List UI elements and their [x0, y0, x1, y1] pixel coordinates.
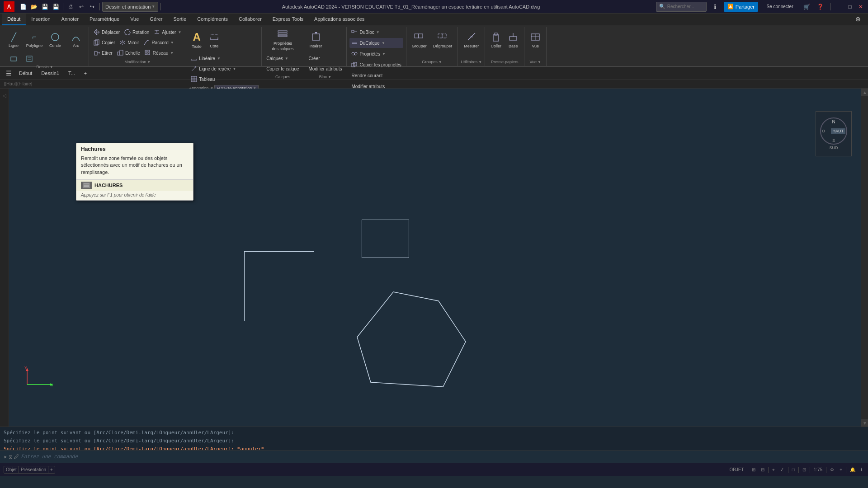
save-button[interactable]: 💾	[40, 2, 50, 12]
calques-dropdown-button[interactable]: Calques ▼	[264, 53, 301, 63]
lineaire-button[interactable]: Linéaire ▼	[189, 53, 259, 63]
repere-arrow[interactable]: ▼	[232, 67, 236, 71]
status-new-tab[interactable]: +	[48, 466, 55, 473]
tab-t-panel[interactable]: T...	[65, 69, 79, 77]
console-input[interactable]	[21, 454, 864, 460]
etirer-button[interactable]: Etirer	[92, 48, 114, 58]
redo-button[interactable]: ↪	[87, 2, 97, 12]
reseau-arrow[interactable]: ▼	[170, 51, 174, 55]
echelle-button[interactable]: Echelle	[115, 48, 142, 58]
calques-arrow[interactable]: ▼	[285, 56, 288, 61]
proprietes-button[interactable]: Propriétés ▼	[349, 49, 387, 59]
scroll-up-button[interactable]: ▲	[861, 89, 868, 96]
grouper-button[interactable]: Grouper	[409, 27, 429, 52]
vue-button[interactable]: Vue	[527, 27, 543, 52]
tab-insertion[interactable]: Insertion	[26, 14, 56, 25]
console-x-icon[interactable]: ✕	[4, 454, 7, 460]
status-angle-icon[interactable]: ∠	[778, 466, 786, 473]
hatch-button[interactable]	[24, 54, 34, 64]
copier-props-button[interactable]: Copier les propriétés	[349, 60, 403, 70]
workspace-dropdown[interactable]: Dessin et annotation ▼	[102, 2, 158, 12]
lineaire-arrow[interactable]: ▼	[217, 56, 221, 61]
cote-button[interactable]: Cote	[206, 27, 222, 52]
tab-collaborer[interactable]: Collaborer	[233, 14, 267, 25]
tab-gerer[interactable]: Gérer	[144, 14, 168, 25]
rendre-courant-button[interactable]: Rendre courant	[349, 70, 403, 80]
raccord-arrow[interactable]: ▼	[170, 41, 174, 45]
help-icon[interactable]: ❓	[815, 2, 825, 12]
raccord-button[interactable]: Raccord ▼	[142, 38, 175, 47]
status-units-icon[interactable]: ⌖	[770, 466, 777, 474]
console-filter-icon[interactable]: ⧖	[9, 454, 12, 460]
open-button[interactable]: 📂	[29, 2, 39, 12]
tab-debut[interactable]: Début	[2, 14, 26, 25]
connect-button[interactable]: Se connecter	[762, 2, 798, 12]
new-tab-button[interactable]: +	[80, 69, 90, 77]
ducalque-dropdown[interactable]: DuCalque ▼	[349, 38, 403, 48]
right-scrollbar[interactable]: ▲ ▼	[861, 89, 868, 427]
info-icon[interactable]: ℹ	[710, 2, 720, 12]
tab-express[interactable]: Express Tools	[267, 14, 309, 25]
inserer-button[interactable]: Insérer	[307, 27, 325, 52]
share-button[interactable]: 🔼 Partager	[724, 2, 758, 12]
tab-extra[interactable]: ⊕	[850, 14, 866, 25]
modifier-attributs-button[interactable]: Modifier attributs	[307, 64, 344, 74]
rect-button[interactable]	[4, 54, 24, 64]
print-button[interactable]: 🖨	[66, 2, 75, 12]
arc-button[interactable]: Arc	[66, 27, 86, 52]
search-input[interactable]	[667, 4, 703, 9]
scroll-down-button[interactable]: ▼	[861, 419, 868, 427]
ajuster-button[interactable]: Ajuster ▼	[152, 27, 183, 37]
utilitaires-arrow[interactable]: ▼	[478, 60, 482, 64]
degrouper-button[interactable]: Dégrouper	[430, 27, 455, 52]
status-settings-icon[interactable]: ⚙	[828, 466, 836, 473]
status-plus-icon[interactable]: +	[838, 466, 844, 473]
copier-calque-button[interactable]: Copier le calque	[264, 64, 301, 74]
status-grid-icon[interactable]: ⊞	[750, 466, 757, 473]
dubloc-arrow[interactable]: ▼	[376, 30, 380, 34]
status-snap-icon[interactable]: ⊟	[759, 466, 766, 473]
minimize-button[interactable]: ─	[835, 3, 843, 10]
reseau-button[interactable]: Réseau ▼	[143, 48, 175, 58]
save-as-button[interactable]: 💾	[51, 2, 61, 12]
dessin-dropdown-arrow[interactable]: ▼	[50, 65, 53, 69]
status-notifications-icon[interactable]: 🔔	[848, 466, 857, 473]
ajuster-arrow[interactable]: ▼	[178, 30, 181, 34]
new-button[interactable]: 📄	[18, 2, 28, 12]
shop-icon[interactable]: 🛒	[802, 2, 811, 12]
undo-button[interactable]: ↩	[76, 2, 86, 12]
tab-complements[interactable]: Compléments	[192, 14, 233, 25]
miroir-button[interactable]: Miroir	[118, 38, 141, 47]
proprietes-arrow[interactable]: ▼	[382, 52, 386, 56]
tab-dessin1-panel[interactable]: Dessin1	[38, 69, 63, 77]
copier-button[interactable]: Copier	[92, 38, 117, 47]
tableau-button[interactable]: Tableau	[189, 74, 259, 84]
status-scale[interactable]: 1:75	[812, 466, 824, 473]
status-model-icon[interactable]: □	[790, 466, 797, 473]
ducalque-arrow[interactable]: ▼	[382, 41, 385, 45]
sidebar-expand-icon[interactable]: ◁	[0, 90, 9, 100]
status-presentation-tab[interactable]: Présentation	[19, 466, 48, 473]
proprietes-calques-button[interactable]: Propriétés des calques	[264, 27, 301, 52]
bloc-arrow[interactable]: ▼	[328, 75, 331, 79]
creer-button[interactable]: Créer	[307, 53, 344, 63]
ligne-repere-button[interactable]: A Ligne de repère ▼	[189, 64, 259, 74]
maximize-button[interactable]: □	[846, 3, 854, 10]
dubloc-dropdown[interactable]: DuBloc ▼	[349, 27, 403, 37]
coller-button[interactable]: Coller	[488, 27, 504, 52]
status-objet-tab[interactable]: Objet	[4, 466, 19, 473]
deplacer-button[interactable]: Déplacer	[92, 27, 122, 37]
status-viewport-icon[interactable]: ⊡	[801, 466, 808, 473]
tab-vue[interactable]: Vue	[125, 14, 144, 25]
mesurer-button[interactable]: m Mesurer	[461, 27, 482, 52]
tab-annoter[interactable]: Annoter	[56, 14, 85, 25]
rotation-button[interactable]: Rotation	[123, 27, 151, 37]
ligne-button[interactable]: ╱ Ligne	[4, 27, 24, 52]
tab-parametrique[interactable]: Paramétrique	[84, 14, 125, 25]
texte-button[interactable]: A Texte	[189, 27, 204, 52]
tab-apps[interactable]: Applications associées	[309, 14, 370, 25]
cercle-button[interactable]: Cercle	[45, 27, 65, 52]
tab-debut-panel[interactable]: Début	[15, 69, 36, 77]
status-info2-icon[interactable]: ℹ	[859, 466, 864, 473]
vue-arrow[interactable]: ▼	[538, 60, 541, 64]
